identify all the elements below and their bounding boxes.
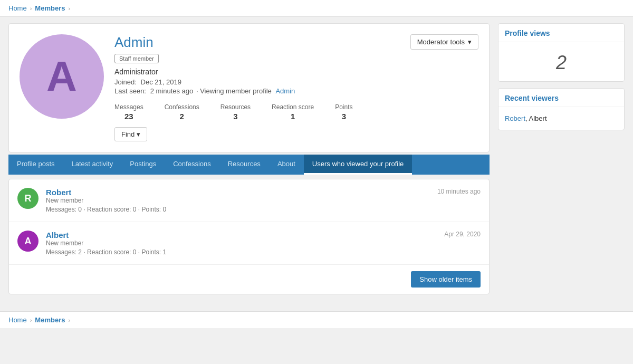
profile-info: Admin Staff member Administrator Joined:… [114, 34, 478, 141]
bottom-breadcrumb-sep1: › [30, 317, 32, 323]
viewer-details-albert: Albert New member Messages: 2 · Reaction… [46, 231, 437, 256]
viewer-stats-robert: Messages: 0 · Reaction score: 0 · Points… [46, 206, 430, 213]
viewers-list: R Robert New member Messages: 0 · Reacti… [8, 179, 490, 294]
bottom-breadcrumb: Home › Members › [0, 311, 633, 328]
tab-confessions[interactable]: Confessions [165, 155, 219, 175]
profile-joined: Joined: Dec 21, 2019 [114, 78, 478, 86]
viewer-avatar-albert: A [17, 231, 39, 252]
viewer-role-robert: New member [46, 197, 430, 204]
tab-users-viewed[interactable]: Users who viewed your profile [304, 155, 412, 175]
show-older-button[interactable]: Show older items [411, 271, 481, 288]
avatar: A [20, 34, 104, 119]
stat-confessions: Confessions 2 [165, 103, 199, 121]
stat-resources: Resources 3 [220, 103, 251, 121]
viewer-item: A Albert New member Messages: 2 · Reacti… [9, 222, 489, 265]
last-seen-link[interactable]: Admin [275, 87, 295, 95]
tab-postings[interactable]: Postings [121, 155, 165, 175]
top-breadcrumb: Home › Members › [0, 0, 633, 17]
recent-viewer-entry: Robert, Albert [505, 112, 618, 124]
recent-viewers-card: Recent viewers Robert, Albert [498, 88, 625, 130]
breadcrumb-sep1: › [30, 5, 32, 12]
recent-viewers-title: Recent viewers [498, 89, 624, 107]
sidebar: Profile views 2 Recent viewers Robert, A… [498, 23, 625, 294]
bottom-breadcrumb-members[interactable]: Members [35, 316, 65, 324]
breadcrumb-members[interactable]: Members [35, 4, 65, 12]
breadcrumb-sep2: › [68, 5, 70, 12]
profile-lastseen: Last seen: 2 minutes ago · Viewing membe… [114, 87, 478, 95]
breadcrumb-home[interactable]: Home [8, 4, 27, 12]
tab-about[interactable]: About [269, 155, 304, 175]
viewer-name-robert[interactable]: Robert [46, 188, 71, 197]
profile-role: Administrator [114, 68, 478, 76]
viewer-time-albert: Apr 29, 2020 [444, 231, 481, 238]
tab-latest-activity[interactable]: Latest activity [63, 155, 122, 175]
profile-stats: Messages 23 Confessions 2 Resources 3 Re… [114, 103, 478, 121]
profile-views-body: 2 [498, 42, 624, 81]
tab-resources[interactable]: Resources [219, 155, 269, 175]
chevron-down-icon: ▾ [468, 38, 472, 46]
viewer-role-albert: New member [46, 240, 437, 247]
viewer-stats-albert: Messages: 2 · Reaction score: 0 · Points… [46, 248, 437, 256]
find-button[interactable]: Find ▾ [114, 127, 147, 141]
profile-views-card: Profile views 2 [498, 23, 625, 82]
avatar-wrap: A [20, 34, 104, 141]
viewer-name-albert[interactable]: Albert [46, 231, 69, 240]
viewer-details-robert: Robert New member Messages: 0 · Reaction… [46, 188, 430, 213]
staff-badge: Staff member [114, 54, 159, 63]
recent-viewers-body: Robert, Albert [498, 107, 624, 130]
bottom-breadcrumb-home[interactable]: Home [8, 316, 27, 324]
stat-points: Points 3 [335, 103, 352, 121]
main-content: A Admin Staff member Administrator Joine… [8, 23, 490, 294]
viewer-avatar-robert: R [17, 188, 39, 209]
recent-viewer-robert[interactable]: Robert [505, 114, 525, 122]
stat-messages: Messages 23 [114, 103, 143, 121]
profile-views-title: Profile views [498, 24, 624, 42]
profile-card: A Admin Staff member Administrator Joine… [8, 23, 490, 152]
viewer-time-robert: 10 minutes ago [437, 188, 481, 195]
chevron-down-icon: ▾ [137, 130, 140, 138]
viewer-item: R Robert New member Messages: 0 · Reacti… [9, 179, 489, 222]
stat-reaction-score: Reaction score 1 [272, 103, 314, 121]
tab-profile-posts[interactable]: Profile posts [8, 155, 63, 175]
show-older-wrap: Show older items [9, 265, 489, 294]
profile-views-count: 2 [505, 47, 618, 76]
bottom-breadcrumb-sep2: › [68, 317, 70, 323]
tabs-bar: Profile posts Latest activity Postings C… [8, 155, 490, 175]
moderator-tools-button[interactable]: Moderator tools ▾ [410, 34, 478, 50]
